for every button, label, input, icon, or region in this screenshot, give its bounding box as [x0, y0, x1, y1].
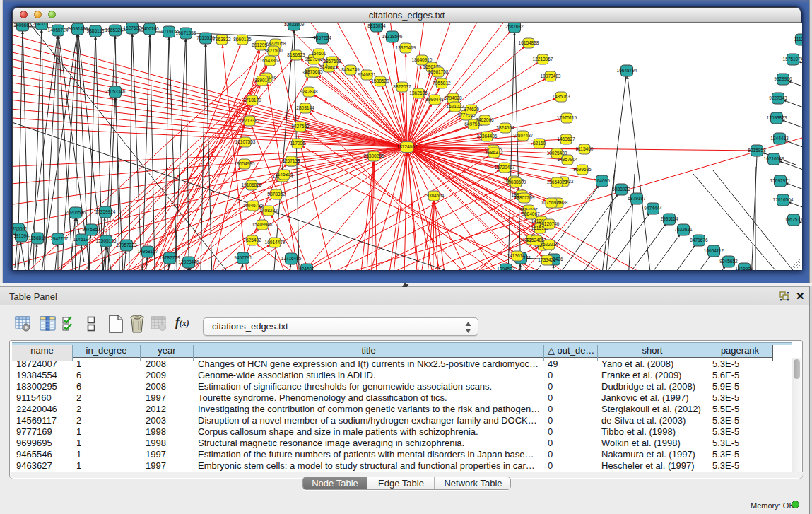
- svg-text:10046786: 10046786: [243, 203, 264, 208]
- svg-text:8813054: 8813054: [367, 23, 386, 28]
- svg-text:10654112: 10654112: [704, 248, 724, 253]
- svg-text:5938923: 5938923: [612, 187, 630, 192]
- svg-text:25053346: 25053346: [105, 89, 126, 94]
- svg-text:924502: 924502: [299, 267, 314, 270]
- svg-text:2343117: 2343117: [33, 23, 51, 26]
- svg-text:2522214: 2522214: [540, 242, 558, 247]
- svg-text:1588520: 1588520: [371, 78, 389, 83]
- svg-text:16107553: 16107553: [235, 139, 256, 144]
- svg-text:9227343: 9227343: [769, 95, 787, 100]
- svg-text:9975857: 9975857: [82, 227, 100, 232]
- svg-text:19654985: 19654985: [235, 161, 255, 166]
- svg-text:2687682: 2687682: [505, 24, 524, 29]
- svg-text:3498222: 3498222: [259, 208, 278, 213]
- svg-text:1733426: 1733426: [538, 257, 556, 262]
- svg-text:7625402: 7625402: [243, 238, 261, 243]
- svg-text:20691406: 20691406: [68, 26, 88, 31]
- svg-text:17359924: 17359924: [95, 209, 116, 214]
- svg-text:12093823: 12093823: [767, 115, 787, 120]
- svg-text:7485063: 7485063: [552, 94, 570, 99]
- svg-text:7515526: 7515526: [196, 35, 215, 40]
- svg-text:12213382: 12213382: [240, 118, 260, 123]
- svg-text:10958107: 10958107: [138, 249, 158, 254]
- svg-text:391594: 391594: [13, 233, 29, 238]
- svg-text:7462066: 7462066: [476, 117, 494, 122]
- svg-text:2406663: 2406663: [13, 23, 32, 28]
- svg-text:19218506: 19218506: [382, 34, 403, 39]
- svg-text:9699695: 9699695: [573, 167, 592, 172]
- svg-text:12942757: 12942757: [48, 236, 69, 241]
- svg-text:2935114: 2935114: [661, 216, 678, 221]
- svg-text:1362635: 1362635: [409, 90, 428, 95]
- svg-text:12213967: 12213967: [533, 57, 553, 62]
- svg-text:8660125: 8660125: [233, 37, 252, 42]
- svg-text:111271: 111271: [794, 37, 802, 42]
- svg-text:8454749: 8454749: [341, 67, 360, 72]
- svg-text:117006: 117006: [290, 141, 305, 146]
- svg-text:15692971: 15692971: [770, 178, 791, 183]
- svg-text:8822037: 8822037: [393, 84, 411, 89]
- svg-text:16154838: 16154838: [519, 40, 539, 45]
- svg-text:9886113: 9886113: [87, 28, 105, 33]
- svg-text:13654923: 13654923: [547, 180, 567, 185]
- svg-text:16961758: 16961758: [428, 69, 449, 74]
- svg-text:13716485: 13716485: [281, 256, 302, 261]
- svg-text:14055724: 14055724: [48, 28, 69, 33]
- svg-text:14120746: 14120746: [539, 221, 560, 226]
- svg-text:15751074: 15751074: [783, 57, 802, 62]
- svg-text:9245652: 9245652: [719, 259, 738, 264]
- svg-text:1167533: 1167533: [785, 217, 802, 222]
- svg-text:18807269: 18807269: [514, 195, 535, 200]
- svg-text:16671355: 16671355: [176, 30, 196, 35]
- svg-text:17957223: 17957223: [117, 243, 137, 247]
- svg-text:2718170: 2718170: [243, 98, 261, 103]
- svg-text:10756928: 10756928: [541, 200, 562, 205]
- svg-text:15409948: 15409948: [252, 222, 273, 227]
- svg-text:14136141: 14136141: [507, 253, 528, 258]
- svg-text:10688609: 10688609: [506, 180, 526, 185]
- svg-text:1145804: 1145804: [276, 172, 293, 177]
- svg-text:5878352: 5878352: [267, 192, 286, 197]
- svg-text:9115460: 9115460: [576, 146, 594, 151]
- svg-text:17016504: 17016504: [773, 197, 794, 202]
- svg-text:2867608: 2867608: [323, 59, 341, 64]
- svg-text:12505135: 12505135: [96, 238, 117, 243]
- svg-text:7357224: 7357224: [313, 35, 331, 40]
- svg-text:18724007: 18724007: [397, 144, 418, 149]
- svg-text:8471676: 8471676: [690, 238, 708, 243]
- svg-text:23226058: 23226058: [266, 41, 286, 46]
- svg-text:154600: 154600: [311, 51, 326, 56]
- svg-text:1156819: 1156819: [29, 235, 47, 240]
- svg-text:8186323: 8186323: [287, 52, 305, 57]
- svg-text:25300285: 25300285: [364, 153, 384, 158]
- svg-text:3267130: 3267130: [282, 158, 300, 163]
- svg-text:6879197: 6879197: [628, 196, 646, 201]
- svg-text:1244413: 1244413: [770, 136, 789, 141]
- svg-text:2803144: 2803144: [296, 105, 314, 110]
- svg-text:7963822: 7963822: [213, 37, 231, 42]
- svg-text:17975115: 17975115: [557, 115, 577, 120]
- svg-text:10973403: 10973403: [541, 74, 561, 78]
- svg-text:16648794: 16648794: [617, 68, 637, 73]
- svg-text:9474444: 9474444: [644, 206, 662, 211]
- svg-text:10033809: 10033809: [284, 23, 305, 27]
- svg-text:9146821: 9146821: [358, 72, 376, 77]
- svg-text:9457791: 9457791: [234, 255, 252, 260]
- svg-text:13325419: 13325419: [396, 45, 416, 50]
- svg-text:1621022: 1621022: [446, 104, 464, 109]
- svg-text:8990448: 8990448: [425, 97, 444, 102]
- svg-text:7955812: 7955812: [433, 81, 451, 86]
- svg-text:20206536: 20206536: [66, 210, 86, 215]
- svg-text:12923446: 12923446: [179, 259, 199, 264]
- svg-text:8466160: 8466160: [141, 26, 159, 31]
- svg-text:23364436: 23364436: [477, 134, 498, 139]
- svg-text:1145194: 1145194: [73, 237, 91, 242]
- svg-text:989014: 989014: [254, 78, 270, 83]
- svg-text:3875685: 3875685: [305, 69, 323, 74]
- svg-text:16782759: 16782759: [160, 255, 180, 260]
- svg-text:9884067: 9884067: [522, 211, 540, 216]
- svg-text:9329966: 9329966: [774, 76, 792, 81]
- svg-text:7986372: 7986372: [485, 150, 503, 155]
- svg-text:14957904: 14957904: [558, 157, 578, 162]
- svg-text:8215958: 8215958: [748, 148, 766, 153]
